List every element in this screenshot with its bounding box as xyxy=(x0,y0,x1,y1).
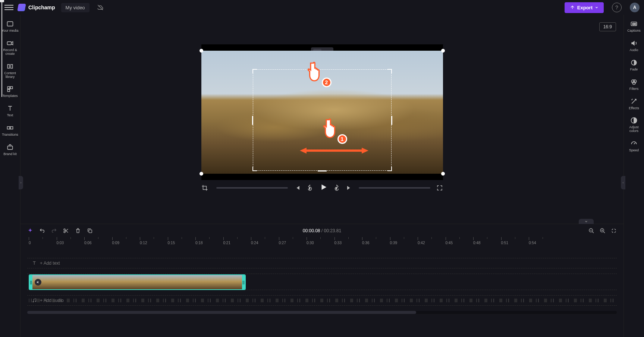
crop-side-right[interactable] xyxy=(391,116,392,125)
text-track[interactable]: + Add text xyxy=(27,258,617,268)
crop-corner-bl[interactable] xyxy=(252,167,257,171)
resize-handle-bl[interactable] xyxy=(200,172,203,176)
rewind-5s-button[interactable]: 5 xyxy=(307,185,313,191)
audio-track[interactable]: + Add audio xyxy=(27,295,617,306)
sidebar-item-effects[interactable]: Effects xyxy=(628,98,640,110)
delete-button[interactable] xyxy=(75,228,81,234)
resize-handle-br[interactable] xyxy=(441,172,445,176)
duplicate-button[interactable] xyxy=(87,228,93,234)
svg-text:5: 5 xyxy=(309,188,310,190)
ruler-tick: 0 xyxy=(29,237,31,245)
app-header: Clipchamp My video Export ? A xyxy=(0,0,644,15)
export-button[interactable]: Export xyxy=(565,2,604,13)
scrollbar-thumb[interactable] xyxy=(27,311,416,314)
sidebar-item-speed[interactable]: Speed xyxy=(628,140,640,152)
transport-controls: 5 5 xyxy=(201,180,443,194)
contrast-icon xyxy=(630,117,638,124)
crop-side-bottom[interactable] xyxy=(318,170,327,171)
text-icon xyxy=(32,261,37,266)
scrub-bar-left[interactable] xyxy=(216,187,288,189)
zoom-fit-button[interactable] xyxy=(611,228,617,234)
sidebar-item-adjust-colors[interactable]: Adjust colors xyxy=(624,117,644,133)
resize-handle-tr[interactable] xyxy=(441,49,445,53)
svg-rect-18 xyxy=(89,230,92,233)
templates-icon xyxy=(6,85,14,93)
sidebar-item-audio[interactable]: Audio xyxy=(629,40,639,52)
chevron-down-icon xyxy=(595,6,599,9)
sidebar-item-fade[interactable]: Fade xyxy=(629,59,639,72)
svg-rect-2 xyxy=(7,42,12,45)
clip-handle-left[interactable]: || xyxy=(29,275,32,289)
app-logo[interactable]: Clipchamp xyxy=(18,4,55,11)
video-canvas[interactable]: 2 1 xyxy=(201,44,443,180)
timeline-scrollbar[interactable] xyxy=(27,311,617,314)
play-button[interactable] xyxy=(319,183,327,193)
svg-marker-12 xyxy=(300,148,307,154)
menu-button[interactable] xyxy=(4,3,13,12)
svg-text:5: 5 xyxy=(336,188,337,190)
skip-start-button[interactable] xyxy=(294,185,301,191)
timeline-toolbar: 00:00.08 / 00:23.81 xyxy=(21,224,623,237)
svg-rect-8 xyxy=(7,127,10,129)
crop-corner-br[interactable] xyxy=(387,167,392,171)
timeline-collapse-tab[interactable] xyxy=(579,219,594,224)
ruler-tick: 0:48 xyxy=(473,237,480,245)
ruler-tick: 0:24 xyxy=(251,237,258,245)
chevron-down-icon xyxy=(584,220,588,223)
crop-corner-tr[interactable] xyxy=(387,69,392,73)
ruler-tick: 0:12 xyxy=(140,237,147,245)
briefcase-icon xyxy=(6,144,14,151)
aspect-ratio-button[interactable]: 16:9 xyxy=(599,22,616,31)
sidebar-item-record-create[interactable]: Record & create xyxy=(0,40,20,56)
clip-audio-toggle[interactable] xyxy=(35,279,41,286)
ruler-tick: 0:21 xyxy=(223,237,230,245)
sidebar-item-text[interactable]: Text xyxy=(6,105,15,117)
sidebar-item-captions[interactable]: CC Captions xyxy=(626,20,641,33)
resize-handle-tl[interactable] xyxy=(200,49,203,53)
ruler-tick: 0:09 xyxy=(112,237,119,245)
ruler-tick: 0:39 xyxy=(390,237,397,245)
ruler-tick: 0:03 xyxy=(57,237,64,245)
project-name-input[interactable]: My video xyxy=(61,3,89,12)
crop-side-left[interactable] xyxy=(252,116,253,125)
undo-button[interactable] xyxy=(39,228,45,234)
crop-tool-button[interactable] xyxy=(201,185,208,191)
ruler-tick: 0:54 xyxy=(529,237,536,245)
split-button[interactable] xyxy=(63,228,69,234)
sidebar-item-brand-kit[interactable]: Brand kit xyxy=(3,144,18,156)
cloud-off-icon xyxy=(97,4,104,11)
user-avatar[interactable]: A xyxy=(630,3,640,12)
fullscreen-button[interactable] xyxy=(436,185,443,191)
svg-rect-9 xyxy=(10,127,13,129)
right-rail-expand[interactable]: ‹ xyxy=(621,176,625,189)
svg-rect-10 xyxy=(7,146,12,149)
redo-button[interactable] xyxy=(51,228,57,234)
crop-corner-tl[interactable] xyxy=(252,69,257,73)
help-button[interactable]: ? xyxy=(612,3,622,12)
forward-5s-button[interactable]: 5 xyxy=(333,185,340,191)
clip-handle-right[interactable]: || xyxy=(242,275,245,289)
timecode-display: 00:00.08 / 00:23.81 xyxy=(303,228,341,233)
video-track[interactable]: || || xyxy=(27,274,617,290)
timeline-ruler[interactable]: 00:030:060:090:120:150:180:210:240:270:3… xyxy=(27,237,617,247)
preview-area: 16:9 xyxy=(21,15,623,224)
zoom-in-button[interactable] xyxy=(600,228,606,234)
wand-icon xyxy=(630,98,638,105)
scrub-bar-right[interactable] xyxy=(359,187,430,189)
ruler-tick: 0:51 xyxy=(501,237,508,245)
video-clip[interactable]: || || xyxy=(29,274,246,290)
sidebar-item-filters[interactable]: Filters xyxy=(629,78,640,91)
ai-tool-button[interactable] xyxy=(27,228,33,234)
sidebar-item-your-media[interactable]: Your media xyxy=(1,20,19,33)
ruler-tick: 0:18 xyxy=(195,237,202,245)
skip-end-button[interactable] xyxy=(346,185,353,191)
sidebar-item-templates[interactable]: Templates xyxy=(1,85,18,98)
ruler-tick: 0:33 xyxy=(334,237,342,245)
sidebar-item-transitions[interactable]: Transitions xyxy=(1,124,19,137)
speaker-icon xyxy=(630,40,638,47)
sidebar-item-content-library[interactable]: Content library xyxy=(0,63,20,79)
double-arrow-icon xyxy=(300,147,368,154)
zoom-out-button[interactable] xyxy=(588,228,594,234)
annotation-hand-1: 1 xyxy=(323,118,341,141)
clipchamp-logo-icon xyxy=(17,4,26,11)
